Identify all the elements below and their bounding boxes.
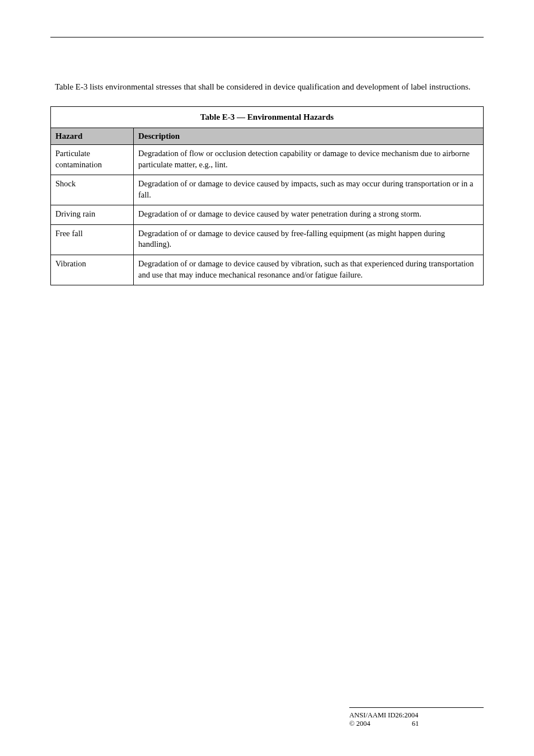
footer-copyright: © 2004: [349, 720, 371, 728]
hazard-cell: Shock: [51, 175, 134, 205]
description-cell: Degradation of flow or occlusion detecti…: [134, 145, 484, 175]
footer-standard: ANSI/AAMI ID26:2004: [349, 711, 418, 720]
description-cell: Degradation of or damage to device cause…: [134, 205, 484, 225]
table-row: Driving rain Degradation of or damage to…: [51, 205, 484, 225]
col-header-hazard: Hazard: [51, 128, 134, 145]
hazard-cell: Free fall: [51, 224, 134, 255]
hazard-cell: Driving rain: [51, 205, 134, 225]
description-cell: Degradation of or damage to device cause…: [134, 175, 484, 205]
table-row: Free fall Degradation of or damage to de…: [51, 224, 484, 255]
table-row: Particulate contamination Degradation of…: [51, 145, 484, 175]
table-title: Table E-3 — Environmental Hazards: [51, 107, 484, 128]
hazard-cell: Vibration: [51, 255, 134, 285]
col-header-description: Description: [134, 128, 484, 145]
footer-page-number: 61: [412, 720, 419, 728]
description-cell: Degradation of or damage to device cause…: [134, 255, 484, 285]
header-rule: [50, 37, 484, 37]
content: Table E-3 lists environmental stresses t…: [50, 42, 484, 707]
table-row: Vibration Degradation of or damage to de…: [51, 255, 484, 285]
footer: ANSI/AAMI ID26:2004 © 2004 61: [349, 707, 484, 728]
intro-paragraph: Table E-3 lists environmental stresses t…: [50, 81, 484, 93]
hazards-table: Table E-3 — Environmental Hazards Hazard…: [50, 106, 484, 285]
description-cell: Degradation of or damage to device cause…: [134, 224, 484, 255]
hazard-cell: Particulate contamination: [51, 145, 134, 175]
table-row: Shock Degradation of or damage to device…: [51, 175, 484, 205]
